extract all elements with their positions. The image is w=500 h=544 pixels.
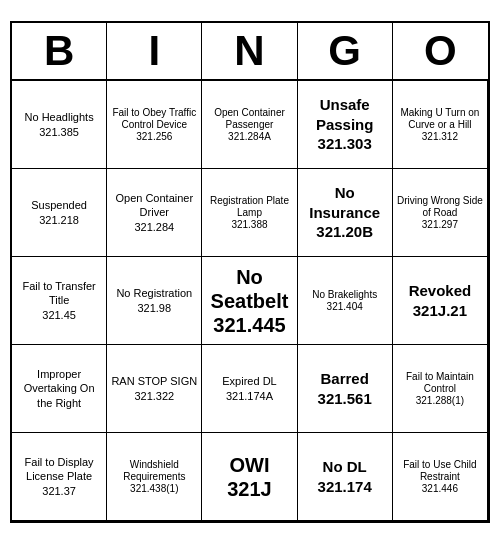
cell-text-line: 321.303 — [318, 134, 372, 154]
cell-text-line: Open Container Passenger — [205, 107, 293, 131]
cell-text-line: 321.446 — [422, 483, 458, 495]
bingo-cell-2[interactable]: Open Container Passenger321.284A — [202, 81, 297, 169]
cell-text-line: 321.284A — [228, 131, 271, 143]
cell-text-line: 321.37 — [42, 484, 76, 498]
cell-text-line: 321.45 — [42, 308, 76, 322]
bingo-cell-9[interactable]: Driving Wrong Side of Road321.297 — [393, 169, 488, 257]
cell-text-line: Fail to Use Child Restraint — [396, 459, 484, 483]
cell-text-line: Improper Overtaking On the Right — [15, 367, 103, 410]
header-letter-i: I — [107, 23, 202, 79]
cell-text-line: Fail to Obey Traffic Control Device — [110, 107, 198, 131]
cell-text-line: 321.385 — [39, 125, 79, 139]
cell-text-line: 321.388 — [231, 219, 267, 231]
cell-text-line: 321J — [227, 477, 272, 501]
bingo-cell-10[interactable]: Fail to Transfer Title321.45 — [12, 257, 107, 345]
bingo-header: BINGO — [12, 23, 488, 81]
cell-text-line: No Registration — [116, 286, 192, 300]
header-letter-n: N — [202, 23, 297, 79]
cell-text-line: RAN STOP SIGN — [111, 374, 197, 388]
cell-text-line: Fail to Transfer Title — [15, 279, 103, 308]
bingo-cell-15[interactable]: Improper Overtaking On the Right — [12, 345, 107, 433]
bingo-cell-7[interactable]: Registration Plate Lamp321.388 — [202, 169, 297, 257]
bingo-cell-19[interactable]: Fail to Maintain Control321.288(1) — [393, 345, 488, 433]
cell-text-line: No Brakelights — [312, 289, 377, 301]
cell-text-line: 321.322 — [134, 389, 174, 403]
bingo-cell-21[interactable]: Windshield Requirements321.438(1) — [107, 433, 202, 521]
bingo-card: BINGO No Headlights321.385Fail to Obey T… — [10, 21, 490, 523]
bingo-cell-11[interactable]: No Registration321.98 — [107, 257, 202, 345]
cell-text-line: 321.312 — [422, 131, 458, 143]
cell-text-line: Expired DL — [222, 374, 276, 388]
bingo-cell-6[interactable]: Open Container Driver321.284 — [107, 169, 202, 257]
cell-text-line: No Seatbelt — [205, 265, 293, 313]
bingo-cell-4[interactable]: Making U Turn on Curve or a Hill321.312 — [393, 81, 488, 169]
cell-text-line: No DL — [323, 457, 367, 477]
bingo-cell-16[interactable]: RAN STOP SIGN321.322 — [107, 345, 202, 433]
cell-text-line: Fail to Display License Plate — [15, 455, 103, 484]
cell-text-line: OWI — [229, 453, 269, 477]
cell-text-line: 321.98 — [137, 301, 171, 315]
bingo-cell-17[interactable]: Expired DL321.174A — [202, 345, 297, 433]
bingo-cell-1[interactable]: Fail to Obey Traffic Control Device321.2… — [107, 81, 202, 169]
bingo-cell-23[interactable]: No DL321.174 — [298, 433, 393, 521]
bingo-cell-22[interactable]: OWI321J — [202, 433, 297, 521]
cell-text-line: 321.561 — [318, 389, 372, 409]
cell-text-line: 321.20B — [316, 222, 373, 242]
cell-text-line: 321.256 — [136, 131, 172, 143]
cell-text-line: Fail to Maintain Control — [396, 371, 484, 395]
bingo-cell-12[interactable]: No Seatbelt321.445 — [202, 257, 297, 345]
cell-text-line: Windshield Requirements — [110, 459, 198, 483]
cell-text-line: 321.174 — [318, 477, 372, 497]
cell-text-line: 321.445 — [213, 313, 285, 337]
cell-text-line: 321J.21 — [413, 301, 467, 321]
cell-text-line: 321.174A — [226, 389, 273, 403]
bingo-cell-8[interactable]: No Insurance321.20B — [298, 169, 393, 257]
cell-text-line: Making U Turn on Curve or a Hill — [396, 107, 484, 131]
cell-text-line: 321.218 — [39, 213, 79, 227]
cell-text-line: 321.284 — [134, 220, 174, 234]
cell-text-line: 321.438(1) — [130, 483, 178, 495]
cell-text-line: Open Container Driver — [110, 191, 198, 220]
bingo-cell-14[interactable]: Revoked321J.21 — [393, 257, 488, 345]
header-letter-o: O — [393, 23, 488, 79]
cell-text-line: Registration Plate Lamp — [205, 195, 293, 219]
cell-text-line: Revoked — [409, 281, 472, 301]
bingo-cell-3[interactable]: Unsafe Passing321.303 — [298, 81, 393, 169]
bingo-cell-5[interactable]: Suspended321.218 — [12, 169, 107, 257]
cell-text-line: No Insurance — [301, 183, 389, 222]
cell-text-line: Suspended — [31, 198, 87, 212]
header-letter-b: B — [12, 23, 107, 79]
cell-text-line: 321.297 — [422, 219, 458, 231]
bingo-grid: No Headlights321.385Fail to Obey Traffic… — [12, 81, 488, 521]
cell-text-line: 321.404 — [327, 301, 363, 313]
cell-text-line: Barred — [321, 369, 369, 389]
bingo-cell-24[interactable]: Fail to Use Child Restraint321.446 — [393, 433, 488, 521]
bingo-cell-20[interactable]: Fail to Display License Plate321.37 — [12, 433, 107, 521]
header-letter-g: G — [298, 23, 393, 79]
cell-text-line: Unsafe Passing — [301, 95, 389, 134]
bingo-cell-13[interactable]: No Brakelights321.404 — [298, 257, 393, 345]
bingo-cell-18[interactable]: Barred321.561 — [298, 345, 393, 433]
cell-text-line: 321.288(1) — [416, 395, 464, 407]
cell-text-line: No Headlights — [25, 110, 94, 124]
bingo-cell-0[interactable]: No Headlights321.385 — [12, 81, 107, 169]
cell-text-line: Driving Wrong Side of Road — [396, 195, 484, 219]
